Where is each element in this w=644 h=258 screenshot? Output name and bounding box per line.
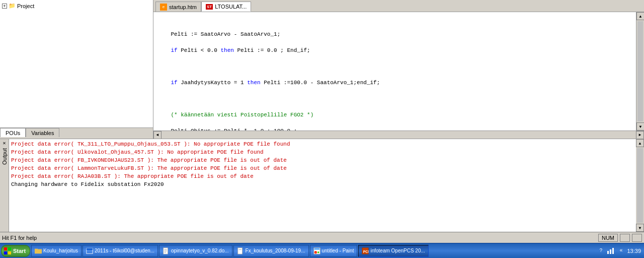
svg-rect-22 — [612, 248, 614, 254]
tree-item-project[interactable]: + 📁 Project — [2, 2, 151, 10]
output-line-3: Project data error( FB_IVKONEOHJAUS23.ST… — [11, 156, 634, 164]
taskbar: Start Koulu_harjoitus 2011s - t6ikol00@s… — [0, 243, 644, 258]
windows-icon — [4, 247, 12, 255]
output-close-btn[interactable]: ✕ — [3, 140, 6, 146]
sidebar-tree: + 📁 Project — [0, 0, 153, 127]
svg-rect-2 — [4, 251, 7, 254]
st-icon: ST — [206, 4, 213, 10]
taskbar-item-fx[interactable]: Fx_koulutus_2008-09-19... — [233, 245, 309, 257]
tree-label: Project — [17, 3, 34, 9]
vertical-scrollbar[interactable]: ▲ ▼ — [636, 12, 644, 131]
pou-tab-variables[interactable]: Variables — [26, 128, 59, 137]
tab-ltosulat-label: LTOSULAT... — [215, 4, 247, 10]
svg-rect-15 — [314, 248, 319, 249]
svg-rect-0 — [4, 247, 7, 250]
taskbar-item-2011s[interactable]: 2011s - t6ikol00@studen... — [83, 245, 158, 257]
doc-taskbar-icon — [163, 247, 170, 254]
top-area: + 📁 Project POUs Variables e startup.htm — [0, 0, 644, 139]
editor-area: e startup.htm ST LTOSULAT... Pelti := Sa… — [153, 0, 644, 139]
scroll-left-btn[interactable]: ◄ — [153, 131, 162, 139]
taskbar-item-label-folder: Koulu_harjoitus — [43, 248, 78, 253]
main-container: + 📁 Project POUs Variables e startup.htm — [0, 0, 644, 258]
code-content[interactable]: Pelti := SaatoArvo - SaatoArvo_1; if Pel… — [153, 12, 636, 131]
tab-startup[interactable]: e startup.htm — [155, 2, 201, 12]
infoteam-taskbar-icon: PCS — [362, 247, 369, 254]
code-pre: Pelti := SaatoArvo - SaatoArvo_1; if Pel… — [157, 14, 632, 131]
output-line-4: Project data error( LammonTarveLukuFB.ST… — [11, 164, 634, 172]
network-tray-icon[interactable] — [607, 247, 615, 255]
status-right: NUM — [598, 234, 642, 242]
output-label: Output — [2, 148, 8, 165]
taskbar-item-infoteam[interactable]: PCS infoteam OpenPCS 20... — [358, 245, 428, 257]
svg-rect-7 — [87, 248, 93, 249]
output-scrollbar[interactable]: ▲ ▼ — [636, 139, 644, 232]
folder-icon: 📁 — [9, 3, 16, 9]
folder-taskbar-icon — [35, 247, 42, 254]
clock: 13:39 — [627, 248, 641, 254]
taskbar-item-paint[interactable]: untitled - Paint — [310, 245, 358, 257]
tree-expand-icon[interactable]: + — [2, 4, 7, 9]
bottom-section: ✕ Output Project data error( TK_311_LTO_… — [0, 139, 644, 232]
svg-text:PCS: PCS — [363, 249, 369, 253]
sidebar: + 📁 Project POUs Variables — [0, 0, 153, 139]
scroll-track-h — [162, 131, 636, 139]
status-left: Hit F1 for help — [2, 235, 37, 241]
scroll-down-btn[interactable]: ▼ — [636, 122, 644, 131]
scroll-right-btn[interactable]: ► — [636, 131, 644, 139]
output-line-5: Project data error( RAJA03B.ST ): The ap… — [11, 172, 634, 180]
output-line-1: Project data error( TK_311_LTO_Pumppu_Oh… — [11, 140, 634, 148]
horizontal-scrollbar[interactable]: ◄ ► — [153, 131, 644, 139]
taskbar-item-label-infoteam: infoteam OpenPCS 20... — [370, 248, 425, 253]
output-content[interactable]: Project data error( TK_311_LTO_Pumppu_Oh… — [9, 139, 636, 232]
scroll-up-btn[interactable]: ▲ — [636, 12, 644, 20]
arrow-tray-icon[interactable]: « — [617, 247, 625, 255]
svg-point-17 — [317, 251, 319, 253]
start-button[interactable]: Start — [1, 245, 30, 257]
svg-point-16 — [314, 251, 316, 253]
fx-taskbar-icon — [237, 247, 244, 254]
tab-startup-label: startup.htm — [169, 4, 197, 10]
editor-inner: Pelti := SaatoArvo - SaatoArvo_1; if Pel… — [153, 12, 644, 131]
taskbar-item-label-opinnay: opinnaytetyo_v_0.82.do... — [171, 248, 229, 253]
taskbar-item-opinnay[interactable]: opinnaytetyo_v_0.82.do... — [159, 245, 232, 257]
svg-rect-5 — [35, 248, 38, 250]
output-panel: ✕ Output Project data error( TK_311_LTO_… — [0, 139, 644, 232]
start-label: Start — [13, 248, 26, 254]
scroll-indicator — [632, 234, 642, 242]
sidebar-bottom-tabs: POUs Variables — [0, 127, 153, 139]
caps-indicator — [620, 234, 630, 242]
status-bar: Hit F1 for help NUM — [0, 232, 644, 243]
taskbar-item-label-2011s: 2011s - t6ikol00@studen... — [95, 248, 154, 253]
taskbar-item-label-paint: untitled - Paint — [322, 248, 354, 253]
help-tray-icon[interactable]: ? — [597, 247, 605, 255]
help-text: Hit F1 for help — [2, 235, 37, 241]
tabs-row: e startup.htm ST LTOSULAT... — [153, 0, 644, 12]
taskbar-item-folder[interactable]: Koulu_harjoitus — [31, 245, 82, 257]
window-taskbar-icon — [86, 247, 93, 254]
output-scroll-down[interactable]: ▼ — [636, 224, 644, 232]
svg-rect-3 — [8, 251, 11, 254]
output-scroll-thumb — [637, 148, 643, 223]
taskbar-item-label-fx: Fx_koulutus_2008-09-19... — [246, 248, 305, 253]
output-line-2: Project data error( Ulkovalot_Ohjaus_457… — [11, 148, 634, 156]
output-line-6: Changing hardware to Fidelix substation … — [11, 180, 634, 188]
taskbar-right: ? « 13:39 — [597, 247, 643, 255]
svg-rect-1 — [8, 247, 11, 250]
svg-rect-21 — [610, 249, 611, 254]
html-icon: e — [160, 4, 167, 11]
svg-rect-20 — [607, 251, 609, 254]
paint-taskbar-icon — [313, 247, 320, 254]
pou-tab-pous[interactable]: POUs — [0, 128, 26, 137]
output-scroll-up[interactable]: ▲ — [636, 139, 644, 147]
svg-rect-12 — [237, 247, 242, 253]
num-indicator: NUM — [598, 234, 618, 242]
scroll-thumb-v[interactable] — [637, 21, 643, 121]
tab-ltosulat[interactable]: ST LTOSULAT... — [201, 2, 251, 12]
